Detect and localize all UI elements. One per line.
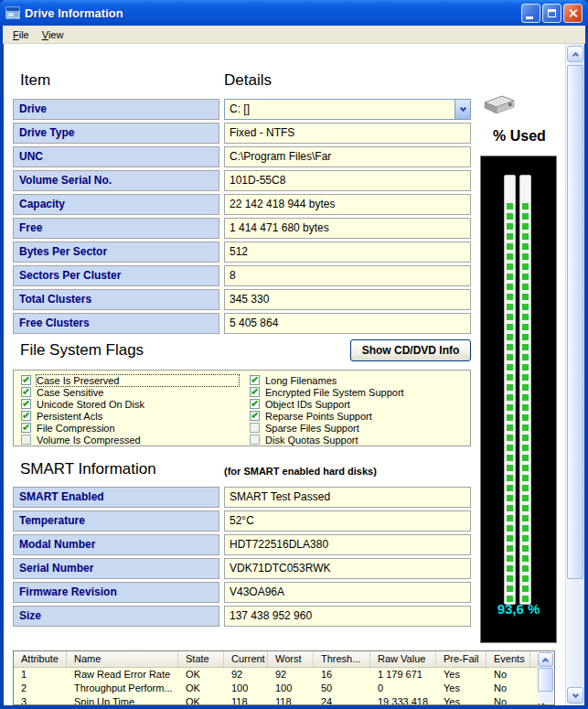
flag-label: Sparse Files Support bbox=[265, 423, 359, 434]
drive-select[interactable]: C: [] bbox=[224, 99, 471, 120]
column-header-attribute[interactable]: Attribute bbox=[14, 651, 67, 667]
checkbox-encrypted-file-system-support[interactable] bbox=[250, 387, 260, 397]
checkbox-disk-quotas-support[interactable] bbox=[250, 435, 260, 445]
check-icon bbox=[251, 388, 258, 394]
combo-dropdown-button[interactable] bbox=[454, 100, 470, 119]
info-value-volume-serial-no: 101D-55C8 bbox=[224, 170, 471, 191]
checkbox-case-is-preserved[interactable] bbox=[21, 375, 31, 385]
info-label-drive-type: Drive Type bbox=[13, 123, 219, 144]
maximize-button[interactable] bbox=[542, 4, 561, 23]
maximize-icon bbox=[548, 9, 556, 17]
table-cell: 24 bbox=[314, 695, 370, 705]
checkbox-unicode-stored-on-disk[interactable] bbox=[21, 399, 31, 409]
details-column-heading: Details bbox=[224, 71, 272, 90]
info-value-sectors-per-cluster: 8 bbox=[224, 265, 471, 286]
flag-label: Long Filenames bbox=[265, 375, 337, 386]
table-cell: 16 bbox=[314, 668, 370, 682]
usage-title: % Used bbox=[474, 128, 565, 145]
flag-label: Unicode Stored On Disk bbox=[37, 399, 144, 410]
flag-disk-quotas-support: Disk Quotas Support bbox=[250, 434, 467, 446]
table-cell: 92 bbox=[268, 668, 314, 682]
flag-label: Case Sensitive bbox=[37, 387, 103, 398]
column-header-current[interactable]: Current bbox=[224, 651, 268, 667]
column-header-worst[interactable]: Worst bbox=[268, 651, 314, 667]
table-row[interactable]: 3Spin Up TimeOK1181182419 333 418YesNoN bbox=[14, 695, 554, 705]
check-icon bbox=[23, 412, 29, 418]
table-scrollbar[interactable] bbox=[538, 652, 553, 704]
info-label-drive: Drive bbox=[13, 99, 219, 120]
table-cell: 0 bbox=[370, 682, 436, 695]
check-icon bbox=[23, 400, 29, 406]
smart-value-smart-enabled: SMART Test Passed bbox=[224, 487, 471, 508]
column-header-thresh[interactable]: Thresh... bbox=[314, 651, 370, 667]
column-header-raw-value[interactable]: Raw Value bbox=[370, 651, 436, 667]
smart-label-firmware-revision: Firmware Revision bbox=[13, 582, 219, 603]
flag-label: Disk Quotas Support bbox=[265, 435, 358, 446]
minimize-icon bbox=[526, 16, 533, 19]
scroll-up-button[interactable] bbox=[567, 46, 583, 62]
smart-label-temperature: Temperature bbox=[13, 510, 219, 532]
table-cell: Spin Up Time bbox=[67, 695, 178, 705]
smart-label-serial-number: Serial Number bbox=[13, 558, 219, 579]
menu-item-view[interactable]: View bbox=[36, 27, 70, 42]
menu-item-file[interactable]: File bbox=[6, 27, 36, 42]
column-header-state[interactable]: State bbox=[178, 651, 224, 667]
chevron-up-icon bbox=[572, 52, 578, 59]
file-system-flags-panel: Case Is PreservedCase SensitiveUnicode S… bbox=[13, 370, 471, 446]
gauge-bar bbox=[504, 175, 516, 605]
scroll-down-button[interactable] bbox=[567, 687, 583, 704]
check-icon bbox=[251, 400, 258, 406]
chevron-down-icon bbox=[459, 105, 465, 112]
gauge-bar bbox=[519, 175, 531, 605]
table-cell: 19 333 418 bbox=[370, 695, 436, 705]
smart-value-temperature: 52°C bbox=[224, 510, 471, 532]
main-scrollbar-thumb[interactable] bbox=[567, 65, 583, 579]
table-cell: 1 bbox=[14, 668, 67, 682]
table-cell: 1 179 671 bbox=[370, 668, 436, 682]
minimize-button[interactable] bbox=[521, 4, 540, 23]
info-value-drive-type: Fixed - NTFS bbox=[224, 123, 471, 144]
smart-label-size: Size bbox=[13, 606, 219, 627]
show-cd-dvd-info-button[interactable]: Show CD/DVD Info bbox=[350, 339, 471, 361]
info-value-free: 1 414 471 680 bytes bbox=[224, 218, 471, 239]
info-label-sectors-per-cluster: Sectors Per Cluster bbox=[13, 265, 219, 286]
checkbox-object-ids-support[interactable] bbox=[250, 399, 260, 409]
checkbox-reparse-points-support[interactable] bbox=[250, 411, 260, 421]
smart-information-heading: SMART Information bbox=[20, 460, 156, 478]
table-cell: No bbox=[486, 695, 530, 705]
table-row[interactable]: 1Raw Read Error RateOK9292161 179 671Yes… bbox=[14, 668, 554, 682]
column-header-events[interactable]: Events bbox=[486, 651, 530, 667]
table-scroll-up-button[interactable] bbox=[538, 652, 553, 667]
column-header-pre-fail[interactable]: Pre-Fail bbox=[436, 651, 486, 667]
attributes-table: AttributeNameStateCurrentWorstThresh...R… bbox=[13, 650, 555, 705]
smart-value-firmware-revision: V43OA96A bbox=[224, 582, 471, 603]
info-label-capacity: Capacity bbox=[13, 194, 219, 215]
column-header-name[interactable]: Name bbox=[67, 651, 178, 667]
check-icon bbox=[23, 388, 29, 394]
hard-drive-icon bbox=[480, 91, 517, 119]
table-row[interactable]: 2Throughput Perform...OK100100500YesNoN bbox=[14, 682, 554, 695]
menubar: FileView bbox=[3, 26, 585, 44]
info-value-capacity: 22 142 418 944 bytes bbox=[224, 194, 471, 215]
chevron-down-icon bbox=[572, 691, 578, 697]
checkbox-file-compression[interactable] bbox=[21, 423, 31, 433]
checkbox-long-filenames[interactable] bbox=[250, 375, 260, 385]
info-label-bytes-per-sector: Bytes Per Sector bbox=[13, 242, 219, 263]
flag-reparse-points-support: Reparse Points Support bbox=[250, 410, 467, 422]
table-cell: Yes bbox=[436, 682, 486, 695]
table-cell: OK bbox=[178, 695, 224, 705]
table-scrollbar-thumb[interactable] bbox=[538, 668, 553, 692]
smart-note: (for SMART enabled hard disks) bbox=[224, 466, 377, 477]
main-scrollbar[interactable] bbox=[565, 44, 584, 705]
close-button[interactable] bbox=[563, 4, 583, 23]
checkbox-volume-is-compressed[interactable] bbox=[21, 435, 31, 445]
table-cell: 118 bbox=[224, 695, 268, 705]
checkbox-sparse-files-support[interactable] bbox=[250, 423, 260, 433]
table-cell: 100 bbox=[224, 682, 268, 695]
table-cell: 118 bbox=[268, 695, 314, 705]
checkbox-persistent-acls[interactable] bbox=[21, 411, 31, 421]
app-icon bbox=[5, 5, 20, 20]
window: Drive Information FileView Item Details … bbox=[0, 0, 588, 709]
titlebar[interactable]: Drive Information bbox=[0, 0, 588, 26]
checkbox-case-sensitive[interactable] bbox=[21, 387, 31, 397]
